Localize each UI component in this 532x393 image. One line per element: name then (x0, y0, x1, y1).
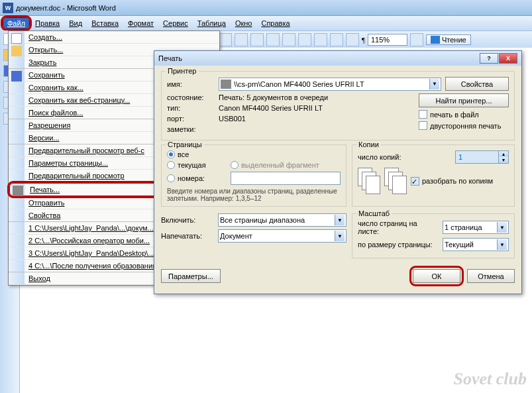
spin-down-icon[interactable]: ▼ (499, 157, 508, 163)
pages-per-sheet-label: число страниц на листе: (358, 219, 439, 235)
properties-button[interactable]: Свойства (445, 77, 509, 91)
toolbar-button[interactable] (266, 33, 280, 46)
pages-per-sheet-combo[interactable]: 1 страница▼ (443, 221, 509, 234)
toolbar-button[interactable] (250, 33, 264, 46)
notes-label: заметки: (167, 125, 215, 133)
print-what-combo[interactable]: Документ▼ (218, 229, 346, 243)
scale-to-combo[interactable]: Текущий▼ (443, 238, 509, 251)
print-dialog: Печать ? X Принтер имя: \\cs-prn\Canon M… (154, 50, 522, 294)
pages-hint: Введите номера или диапазоны страниц, ра… (167, 188, 341, 202)
copies-spinner[interactable]: ▲▼ (455, 150, 509, 164)
menu-help[interactable]: Справка (257, 18, 293, 28)
scale-group: Масштаб число страниц на листе: 1 страни… (352, 213, 515, 258)
state-label: состояние: (167, 93, 215, 101)
chevron-down-icon: ▼ (335, 215, 345, 225)
printer-group: Принтер имя: \\cs-prn\Canon MF4400 Serie… (161, 71, 515, 140)
printer-icon (221, 80, 231, 89)
toolbar-button[interactable] (330, 33, 343, 46)
name-label: имя: (167, 80, 215, 88)
zoom-value: 115% (371, 36, 390, 44)
pages-numbers-radio[interactable]: номера: (167, 174, 227, 182)
print-to-file-checkbox[interactable]: печать в файл (419, 110, 509, 119)
options-button[interactable]: Параметры... (161, 269, 221, 283)
menu-insert[interactable]: Вставка (87, 18, 123, 28)
menu-view[interactable]: Вид (65, 18, 86, 28)
cancel-button[interactable]: Отмена (467, 269, 515, 283)
reading-mode-button[interactable]: Чтение (426, 34, 471, 45)
zoom-combo[interactable]: 115% (368, 34, 407, 46)
type-value: Canon MF4400 Series UFRII LT (219, 104, 323, 112)
spin-up-icon[interactable]: ▲ (499, 151, 508, 157)
toolbar-button[interactable] (298, 33, 311, 46)
toolbar-button[interactable] (219, 33, 232, 46)
ok-button[interactable]: ОК (413, 269, 460, 283)
menu-item-new[interactable]: Создать... (9, 31, 219, 44)
menu-tools[interactable]: Сервис (159, 18, 192, 28)
printer-name-value: \\cs-prn\Canon MF4400 Series UFRII LT (234, 80, 429, 88)
new-icon (11, 33, 22, 44)
find-printer-button[interactable]: Найти принтер... (419, 93, 509, 107)
include-label: Включить: (161, 216, 214, 224)
menu-format[interactable]: Формат (124, 18, 158, 28)
help-button[interactable]: ? (480, 53, 498, 64)
include-combo[interactable]: Все страницы диапазона▼ (218, 213, 346, 227)
menu-file[interactable]: Файл (3, 17, 30, 29)
printer-icon (13, 186, 23, 196)
chevron-down-icon: ▼ (497, 222, 507, 233)
menu-window[interactable]: Окно (231, 18, 256, 28)
copies-legend: Копии (356, 140, 381, 148)
save-icon (11, 71, 22, 82)
duplex-checkbox[interactable]: двусторонняя печать (419, 121, 509, 130)
titlebar: W документ.doc - Microsoft Word (0, 0, 532, 16)
book-icon (431, 36, 440, 44)
chevron-down-icon: ▼ (429, 79, 439, 89)
pages-numbers-input[interactable] (231, 172, 341, 185)
scale-to-label: по размеру страницы: (358, 241, 439, 249)
pages-selection-radio: выделенный фрагмент (231, 161, 319, 169)
pages-current-radio[interactable]: текущая (167, 161, 227, 169)
pages-all-radio[interactable]: все (167, 150, 341, 158)
toolbar-button[interactable] (282, 33, 295, 46)
collate-checkbox[interactable]: ✓разобрать по копиям (411, 177, 493, 186)
pages-legend: Страницы (166, 140, 204, 148)
dialog-title-text: Печать (158, 54, 182, 62)
port-label: порт: (167, 115, 215, 123)
dialog-titlebar[interactable]: Печать ? X (154, 51, 521, 66)
printer-legend: Принтер (166, 67, 198, 75)
chevron-down-icon: ▼ (335, 231, 345, 241)
state-value: Печать: 5 документов в очереди (219, 93, 328, 101)
copies-group: Копии число копий: ▲▼ ✓разобрать по копи… (352, 144, 515, 207)
menubar: Файл Правка Вид Вставка Формат Сервис Та… (0, 16, 532, 30)
copies-label: число копий: (358, 153, 451, 161)
port-value: USB001 (219, 115, 246, 123)
toolbar-button[interactable] (410, 33, 423, 46)
reading-label: Чтение (442, 36, 466, 44)
chevron-down-icon: ▼ (497, 239, 507, 250)
pages-group: Страницы все текущая выделенный фрагмент… (161, 144, 346, 207)
menu-edit[interactable]: Правка (31, 18, 64, 28)
close-button[interactable]: X (499, 53, 517, 64)
toolbar-button[interactable] (346, 33, 359, 46)
open-icon (11, 46, 22, 56)
copies-value[interactable] (456, 151, 498, 163)
printer-name-combo[interactable]: \\cs-prn\Canon MF4400 Series UFRII LT ▼ (219, 78, 441, 91)
collate-preview-icon (384, 168, 407, 194)
collate-preview-icon (358, 168, 380, 194)
type-label: тип: (167, 104, 215, 112)
print-what-label: Напечатать: (161, 232, 214, 240)
watermark: Sovet club (454, 369, 527, 389)
scale-legend: Масштаб (356, 209, 392, 217)
window-title: документ.doc - Microsoft Word (16, 4, 116, 12)
toolbar-button[interactable] (235, 33, 248, 46)
toolbar-button[interactable] (314, 33, 327, 46)
word-icon: W (3, 3, 13, 13)
menu-table[interactable]: Таблица (193, 18, 230, 28)
